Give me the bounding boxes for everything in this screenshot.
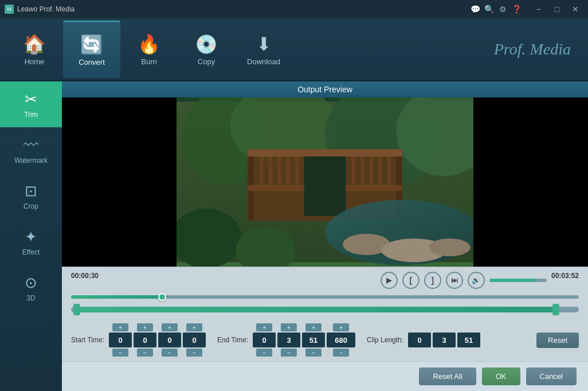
trim-handle-right[interactable] [552, 304, 559, 315]
start-h-down[interactable]: − [112, 349, 128, 357]
sidebar-item-trim[interactable]: ✂ Trim [0, 81, 62, 127]
skip-end-button[interactable]: ⏭ [446, 272, 463, 289]
trim-track[interactable] [71, 305, 579, 314]
minimize-button[interactable]: − [531, 3, 547, 15]
end-m-up[interactable]: + [281, 323, 297, 331]
nav-copy-label: Copy [198, 57, 215, 66]
svg-rect-17 [360, 157, 364, 191]
play-button[interactable]: ▶ [381, 272, 398, 289]
end-time: 00:03:52 [551, 272, 579, 289]
time-row: 00:00:30 ▶ [ ] ⏭ 🔊 00:03:52 [71, 272, 579, 289]
start-time-label: Start Time: [71, 336, 104, 344]
nav-download[interactable]: ⬇ Download [235, 21, 292, 78]
nav-convert[interactable]: 🔄 Convert [63, 21, 120, 78]
svg-rect-11 [269, 157, 272, 191]
end-s-down[interactable]: − [305, 349, 322, 357]
chat-icon[interactable]: 💬 [469, 3, 481, 15]
mark-out-button[interactable]: ] [424, 272, 441, 289]
sidebar-item-crop[interactable]: ⊡ Crop [0, 173, 62, 219]
trim-icon: ✂ [25, 91, 37, 108]
trim-range [77, 307, 556, 312]
download-icon: ⬇ [256, 33, 272, 55]
top-navigation: 🏠 Home 🔄 Convert 🔥 Burn 💿 Copy ⬇ Downloa… [0, 18, 588, 81]
current-time: 00:00:30 [71, 272, 99, 289]
end-fields: + − + − + − + [253, 323, 355, 357]
end-ms-down[interactable]: − [333, 349, 349, 357]
svg-rect-19 [378, 157, 382, 191]
sidebar-crop-label: Crop [23, 202, 38, 210]
titlebar-left: M Leawo Prof. Media [5, 5, 75, 14]
clip-h-input [408, 333, 431, 347]
cancel-button[interactable]: Cancel [526, 367, 577, 385]
end-h-down[interactable]: − [256, 349, 272, 357]
clip-s-input [457, 333, 480, 347]
end-h-up[interactable]: + [256, 323, 272, 331]
garden-svg [177, 97, 473, 267]
start-time-group: Start Time: + − + − + − [71, 323, 206, 357]
start-ms-up[interactable]: + [186, 323, 202, 331]
nav-copy[interactable]: 💿 Copy [178, 21, 235, 78]
help-icon[interactable]: ❓ [510, 3, 523, 15]
time-inputs-area: Start Time: + − + − + − [62, 321, 588, 361]
end-s-col: + − [302, 323, 325, 357]
start-m-down[interactable]: − [137, 349, 153, 357]
content-area: Output Preview [62, 81, 588, 391]
end-m-input[interactable] [277, 333, 300, 347]
start-ms-input[interactable] [183, 333, 206, 347]
timeline-thumb[interactable] [158, 293, 166, 301]
sidebar-item-effect[interactable]: ✦ Effect [0, 219, 62, 265]
start-fields: + − + − + − + [109, 323, 206, 357]
ok-button[interactable]: OK [482, 367, 520, 385]
end-s-up[interactable]: + [305, 323, 322, 331]
reset-all-button[interactable]: Reset All [419, 367, 476, 385]
volume-slider[interactable] [489, 279, 547, 282]
crop-icon: ⊡ [25, 182, 37, 200]
start-m-input[interactable] [134, 333, 156, 347]
sidebar-item-watermark[interactable]: 〰 Watermark [0, 127, 62, 173]
effect-icon: ✦ [25, 228, 37, 246]
brand-logo: Prof. Media [494, 40, 582, 58]
sidebar-item-3d[interactable]: ⊙ 3D [0, 265, 62, 311]
nav-home[interactable]: 🏠 Home [6, 21, 63, 78]
maximize-button[interactable]: □ [549, 3, 565, 15]
clip-m-input [433, 333, 456, 347]
video-preview [62, 97, 588, 267]
trim-handle-left[interactable] [73, 304, 80, 315]
close-button[interactable]: ✕ [567, 3, 583, 15]
end-h-input[interactable] [253, 333, 276, 347]
svg-rect-15 [304, 157, 346, 216]
video-preview-area [62, 97, 588, 267]
svg-rect-16 [352, 157, 355, 191]
convert-icon: 🔄 [80, 34, 103, 56]
start-ms-down[interactable]: − [186, 349, 202, 357]
preview-header-text: Output Preview [297, 85, 352, 94]
start-s-down[interactable]: − [162, 349, 178, 357]
end-s-input[interactable] [302, 333, 325, 347]
start-h-input[interactable] [109, 333, 132, 347]
mark-in-button[interactable]: [ [402, 272, 420, 289]
svg-point-24 [429, 238, 471, 256]
start-s-input[interactable] [158, 333, 181, 347]
end-h-col: + − [253, 323, 276, 357]
home-icon: 🏠 [23, 33, 46, 55]
start-m-up[interactable]: + [137, 323, 153, 331]
end-ms-input[interactable] [327, 333, 355, 347]
reset-button[interactable]: Reset [536, 333, 579, 348]
volume-button[interactable]: 🔊 [468, 272, 485, 289]
end-m-down[interactable]: − [281, 349, 297, 357]
timeline-slider[interactable] [71, 291, 579, 303]
window-controls: − □ ✕ [531, 3, 583, 15]
search-icon[interactable]: 🔍 [483, 3, 495, 15]
start-s-up[interactable]: + [162, 323, 178, 331]
nav-burn[interactable]: 🔥 Burn [120, 21, 178, 78]
app-title: Leawo Prof. Media [17, 5, 75, 13]
settings-icon[interactable]: ⚙ [496, 3, 509, 15]
svg-rect-12 [277, 157, 281, 191]
start-m-col: + − [134, 323, 156, 357]
start-h-up[interactable]: + [112, 323, 128, 331]
end-ms-up[interactable]: + [333, 323, 349, 331]
end-m-col: + − [277, 323, 300, 357]
3d-icon: ⊙ [25, 274, 37, 292]
watermark-icon: 〰 [23, 136, 38, 154]
svg-rect-20 [387, 157, 391, 191]
